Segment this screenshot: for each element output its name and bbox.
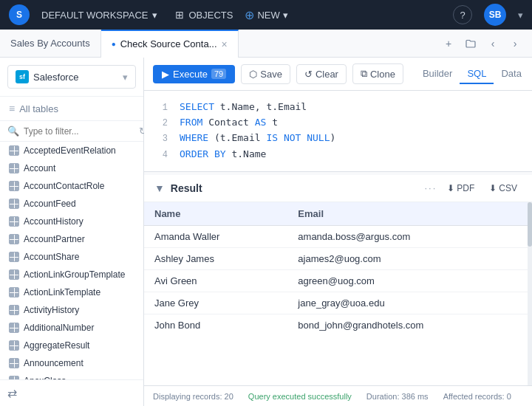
status-bar: Displaying records: 20 Query executed su…	[144, 385, 532, 406]
tab-bar: Sales By Accounts ● Check Source Conta..…	[0, 30, 532, 58]
help-button[interactable]: ?	[453, 5, 472, 24]
salesforce-selector[interactable]: sf Salesforce ▾	[7, 65, 136, 89]
search-input[interactable]	[24, 126, 134, 137]
results-table-wrap: NameEmailAmanda Walleramanda.boss@argus.…	[144, 202, 532, 385]
table-name: AggregateResult	[24, 340, 89, 351]
table-row[interactable]: Jane Greyjane_gray@uoa.edu	[144, 292, 532, 314]
workspace-selector[interactable]: DEFAULT WORKSPACE ▾	[41, 10, 157, 21]
tab-data[interactable]: Data	[494, 64, 528, 84]
table-name: ActionLinkGroupTemplate	[24, 269, 125, 280]
table-name: AdditionalNumber	[24, 323, 94, 333]
table-row[interactable]: Ashley Jamesajames2@uog.com	[144, 247, 532, 269]
sql-line: 4ORDER BY t.Name	[144, 147, 532, 162]
clone-button[interactable]: ⧉ Clone	[352, 63, 403, 84]
table-name: AccountHistory	[24, 216, 83, 227]
salesforce-logo: sf	[16, 70, 29, 83]
tab-check-source[interactable]: ● Check Source Conta... ×	[101, 30, 239, 58]
line-number: 1	[153, 101, 168, 115]
main-layout: sf Salesforce ▾ ≡ All tables 🔍 ↻ Accepte…	[0, 58, 532, 406]
table-list-item[interactable]: Account	[0, 159, 143, 177]
sql-code: FROM Contact AS t	[180, 115, 278, 131]
execute-button[interactable]: ▶ Execute 79	[153, 65, 235, 83]
tab-builder[interactable]: Builder	[415, 64, 460, 84]
results-scrollbar[interactable]	[528, 202, 532, 385]
user-menu-arrow: ▾	[518, 10, 523, 21]
tab-label: Sales By Accounts	[10, 38, 90, 49]
sidebar: sf Salesforce ▾ ≡ All tables 🔍 ↻ Accepte…	[0, 58, 144, 406]
clear-button[interactable]: ↺ Clear	[296, 64, 347, 84]
column-header: Email	[287, 202, 532, 226]
back-button[interactable]: ‹	[483, 34, 502, 53]
play-icon: ▶	[162, 69, 169, 80]
tab-sql[interactable]: SQL	[460, 64, 494, 84]
table-cell: agreen@uog.com	[287, 269, 532, 292]
sql-code: SELECT t.Name, t.Email	[180, 100, 307, 115]
tab-label: Check Source Conta...	[120, 38, 217, 49]
table-list-item[interactable]: AcceptedEventRelation	[0, 142, 143, 159]
table-name: ActivityHistory	[24, 305, 79, 315]
content-area: ▶ Execute 79 ⬡ Save ↺ Clear ⧉ Clone Buil…	[144, 58, 532, 406]
table-list-item[interactable]: AccountContactRole	[0, 177, 143, 195]
tab-sales-by-accounts[interactable]: Sales By Accounts	[0, 30, 101, 58]
table-list-item[interactable]: ActivityHistory	[0, 301, 143, 319]
table-name: AccountContactRole	[24, 181, 104, 191]
add-tab-button[interactable]: +	[439, 34, 458, 53]
table-icon	[9, 216, 19, 227]
forward-button[interactable]: ›	[505, 34, 525, 53]
table-cell: amanda.boss@argus.com	[287, 225, 532, 247]
table-icon	[9, 287, 19, 297]
expand-icon[interactable]: ⇄	[7, 386, 17, 400]
table-list-item[interactable]: Announcement	[0, 354, 143, 372]
table-list-item[interactable]: ActionLinkTemplate	[0, 283, 143, 301]
table-cell: ajames2@uog.com	[287, 247, 532, 269]
scrollbar-thumb	[528, 202, 532, 247]
table-icon	[9, 199, 19, 209]
table-list-item[interactable]: AccountPartner	[0, 230, 143, 248]
user-avatar[interactable]: SB	[484, 4, 506, 26]
pdf-export-button[interactable]: ⬇ PDF	[443, 181, 479, 196]
sql-editor[interactable]: 1SELECT t.Name, t.Email2 FROM Contact AS…	[144, 91, 532, 172]
table-row[interactable]: Amanda Walleramanda.boss@argus.com	[144, 225, 532, 247]
table-cell: Jane Grey	[144, 292, 287, 314]
results-more-button[interactable]: ···	[424, 182, 437, 193]
results-toggle[interactable]: ▼	[154, 182, 165, 194]
table-icon	[9, 269, 19, 280]
table-icon	[9, 252, 19, 262]
table-list-item[interactable]: AccountFeed	[0, 195, 143, 213]
table-name: AcceptedEventRelation	[24, 145, 116, 156]
table-cell: John Bond	[144, 314, 287, 336]
table-icon	[9, 323, 19, 333]
table-name: AccountPartner	[24, 234, 85, 244]
clear-icon: ↺	[304, 69, 313, 80]
all-tables-row[interactable]: ≡ All tables	[0, 97, 143, 121]
objects-nav[interactable]: ⊞ OBJECTS	[175, 9, 233, 21]
table-cell: Ashley James	[144, 247, 287, 269]
table-list-item[interactable]: AccountHistory	[0, 213, 143, 230]
table-cell: Avi Green	[144, 269, 287, 292]
records-count: Displaying records: 20	[153, 392, 233, 401]
save-button[interactable]: ⬡ Save	[241, 64, 290, 84]
new-menu[interactable]: ⊕ NEW ▾	[245, 8, 287, 22]
table-list-item[interactable]: AggregateResult	[0, 337, 143, 354]
table-list-item[interactable]: ApexClass	[0, 372, 143, 379]
salesforce-label: Salesforce	[33, 72, 78, 83]
table-name: AccountFeed	[24, 199, 76, 209]
tab-close-button[interactable]: ×	[222, 38, 228, 50]
csv-export-button[interactable]: ⬇ CSV	[485, 181, 522, 196]
folder-button[interactable]	[461, 34, 480, 53]
table-row[interactable]: John Bondbond_john@grandhotels.com	[144, 314, 532, 336]
table-list-item[interactable]: AccountShare	[0, 248, 143, 266]
table-icon	[9, 145, 19, 156]
clear-label: Clear	[316, 69, 338, 80]
line-number: 3	[153, 132, 168, 146]
app-logo: S	[9, 4, 30, 25]
table-list-item[interactable]: AdditionalNumber	[0, 319, 143, 337]
table-name: ActionLinkTemplate	[24, 287, 100, 297]
chevron-down-icon: ▾	[283, 10, 288, 21]
table-icon	[9, 340, 19, 351]
table-row[interactable]: Avi Greenagreen@uog.com	[144, 269, 532, 292]
table-list-item[interactable]: ActionLinkGroupTemplate	[0, 266, 143, 283]
sidebar-search: 🔍 ↻	[0, 121, 143, 142]
tab-modified-dot: ●	[112, 40, 116, 48]
table-icon	[9, 234, 19, 244]
